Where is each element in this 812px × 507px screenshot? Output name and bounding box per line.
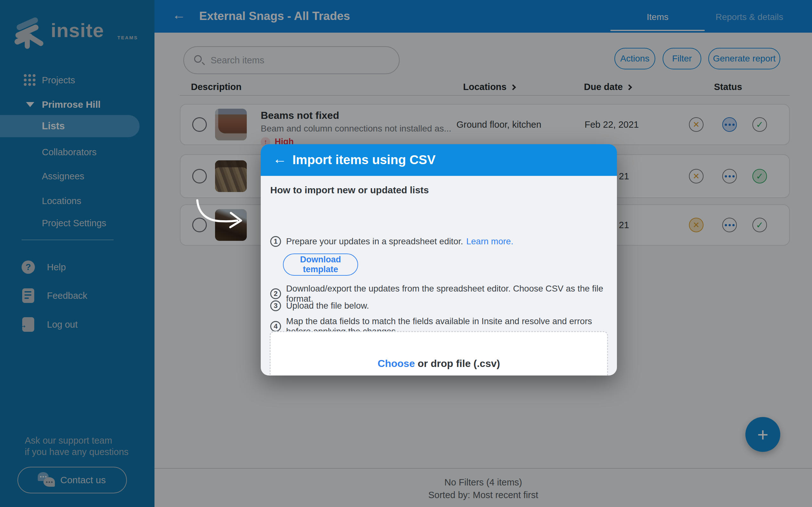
step-number: 2 — [270, 288, 281, 299]
modal-title: Import items using CSV — [293, 153, 436, 167]
annotation-arrow-icon — [190, 194, 251, 229]
modal-section-title: How to import new or updated lists — [270, 185, 429, 195]
import-csv-modal: ← Import items using CSV How to import n… — [261, 144, 617, 376]
download-template-button[interactable]: Download template — [283, 253, 358, 276]
import-step-3: 3 Upload the file below. — [270, 300, 369, 311]
step-number: 1 — [270, 236, 281, 247]
choose-file-link[interactable]: Choose — [378, 358, 415, 369]
csv-dropzone[interactable]: Choose or drop file (.csv) — [270, 331, 608, 376]
import-step-1: 1 Prepare your updates in a spreadsheet … — [270, 236, 513, 247]
modal-body: How to import new or updated lists 1 Pre… — [261, 176, 617, 376]
learn-more-link[interactable]: Learn more. — [466, 236, 513, 246]
dropzone-label: Choose or drop file (.csv) — [378, 358, 500, 370]
step-number: 4 — [270, 321, 281, 332]
step-number: 3 — [270, 300, 281, 311]
modal-header: ← Import items using CSV — [261, 144, 617, 176]
back-icon[interactable]: ← — [273, 152, 287, 166]
